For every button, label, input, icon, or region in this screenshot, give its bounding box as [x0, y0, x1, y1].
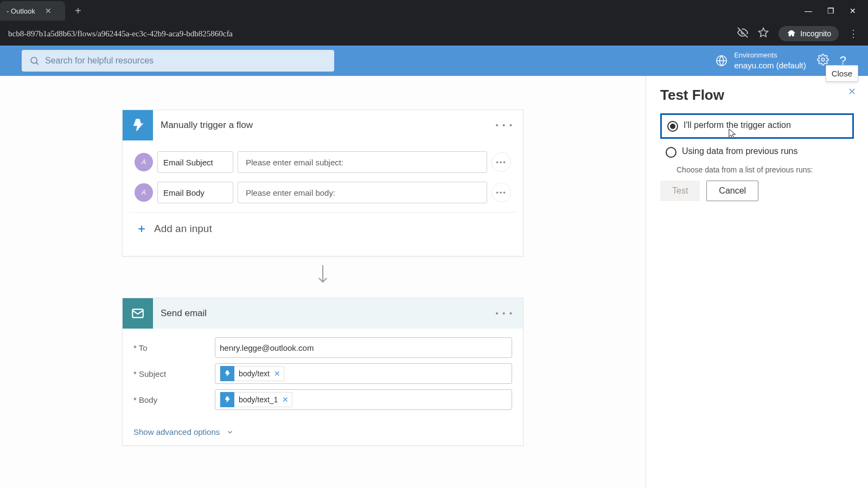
window-minimize-icon[interactable]: —	[805, 7, 812, 15]
trigger-card-header[interactable]: Manually trigger a flow • • •	[123, 110, 523, 140]
radio-option-previous[interactable]: Using data from previous runs	[660, 141, 854, 163]
trigger-card: Manually trigger a flow • • • A Email Su…	[122, 110, 524, 256]
trigger-input-row: A Email Body Please enter email body: ••…	[135, 182, 511, 203]
token-remove-icon[interactable]: ✕	[282, 395, 292, 404]
input-row-menu[interactable]: •••	[492, 183, 511, 202]
token-icon	[220, 392, 234, 407]
action-card-header[interactable]: Send email • • •	[123, 298, 523, 329]
cancel-button[interactable]: Cancel	[706, 181, 758, 201]
window-restore-icon[interactable]: ❐	[827, 7, 834, 15]
app-header: Environments enayu.com (default) ?	[0, 46, 868, 76]
action-card-title: Send email	[153, 308, 486, 319]
search-input[interactable]	[45, 56, 327, 66]
browser-tab-strip: - Outlook ✕ + — ❐ ✕	[0, 0, 868, 22]
text-input-icon: A	[135, 183, 153, 202]
subject-field[interactable]: body/text ✕	[215, 363, 512, 384]
flow-canvas: Manually trigger a flow • • • A Email Su…	[0, 76, 646, 488]
window-close-icon[interactable]: ✕	[850, 7, 856, 15]
form-row-body: * Body body/text_1 ✕	[133, 389, 512, 410]
trigger-card-menu[interactable]: • • •	[486, 121, 523, 130]
panel-close-icon[interactable]: ✕	[848, 86, 856, 98]
svg-point-5	[821, 58, 825, 61]
globe-icon	[716, 55, 727, 67]
input-row-menu[interactable]: •••	[492, 152, 511, 172]
search-box[interactable]	[22, 50, 334, 72]
to-label: * To	[133, 343, 215, 352]
svg-line-2	[36, 63, 38, 65]
dynamic-token[interactable]: body/text ✕	[220, 366, 284, 381]
test-button[interactable]: Test	[660, 181, 700, 201]
browser-tab[interactable]: - Outlook ✕	[0, 1, 65, 21]
incognito-label: Incognito	[800, 29, 831, 38]
trigger-icon	[123, 110, 153, 140]
add-input-button[interactable]: + Add an input	[129, 213, 516, 246]
environment-value: enayu.com (default)	[734, 60, 806, 71]
tab-close-icon[interactable]: ✕	[45, 7, 52, 15]
form-row-to: * To henry.legge@outlook.com	[133, 337, 512, 358]
trigger-card-title: Manually trigger a flow	[153, 120, 486, 131]
radio-icon	[666, 147, 676, 158]
body-field[interactable]: body/text_1 ✕	[215, 389, 512, 410]
chevron-down-icon	[226, 428, 234, 436]
body-label: * Body	[133, 395, 215, 404]
star-icon[interactable]	[758, 27, 769, 40]
radio-option-manual[interactable]: I'll perform the trigger action	[660, 113, 854, 139]
input-name[interactable]: Email Body	[157, 182, 233, 203]
action-card: Send email • • • * To henry.legge@outloo…	[122, 298, 524, 446]
panel-title: Test Flow	[660, 87, 854, 104]
radio-icon	[667, 121, 678, 132]
subject-label: * Subject	[133, 369, 215, 378]
svg-marker-0	[759, 28, 768, 37]
svg-point-1	[31, 57, 37, 63]
send-email-icon	[123, 298, 153, 329]
text-input-icon: A	[135, 153, 153, 171]
browser-menu-icon[interactable]: ⋮	[848, 28, 858, 40]
input-value[interactable]: Please enter email body:	[238, 182, 487, 203]
environment-label: Environments	[734, 51, 806, 60]
test-flow-panel: Close ✕ Test Flow I'll perform the trigg…	[646, 76, 868, 488]
input-value[interactable]: Please enter email subject:	[238, 151, 487, 173]
radio-option-subtext: Choose data from a list of previous runs…	[676, 165, 854, 174]
dynamic-token[interactable]: body/text_1 ✕	[220, 392, 292, 407]
token-icon	[220, 366, 234, 381]
environment-picker[interactable]: Environments enayu.com (default)	[716, 51, 806, 70]
to-field[interactable]: henry.legge@outlook.com	[215, 337, 512, 358]
incognito-indicator[interactable]: Incognito	[778, 26, 839, 41]
url-text[interactable]: bcb8-897b1a5d8b63/flows/a962445a-ec3c-42…	[5, 29, 233, 38]
action-card-menu[interactable]: • • •	[486, 309, 523, 318]
show-advanced-toggle[interactable]: Show advanced options	[123, 422, 523, 445]
address-bar: bcb8-897b1a5d8b63/flows/a962445a-ec3c-42…	[0, 22, 868, 46]
new-tab-button[interactable]: +	[75, 5, 81, 17]
token-remove-icon[interactable]: ✕	[274, 369, 284, 378]
tab-title: - Outlook	[7, 7, 35, 15]
eye-off-icon[interactable]	[737, 27, 748, 40]
trigger-input-row: A Email Subject Please enter email subje…	[135, 151, 511, 173]
plus-icon: +	[138, 221, 145, 236]
flow-arrow-icon	[316, 264, 330, 288]
form-row-subject: * Subject body/text ✕	[133, 363, 512, 384]
search-icon	[29, 55, 40, 66]
close-tooltip: Close	[826, 65, 858, 82]
input-name[interactable]: Email Subject	[157, 151, 233, 173]
add-input-label: Add an input	[154, 223, 212, 235]
